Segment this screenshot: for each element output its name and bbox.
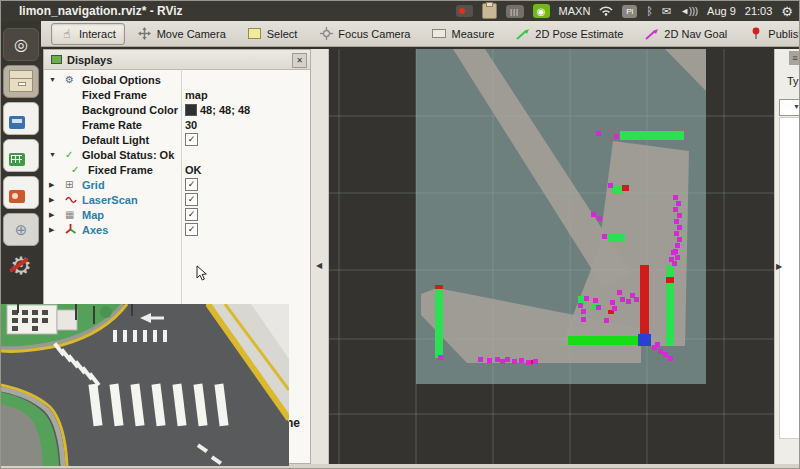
tree-arrow-right-icon[interactable]: ▶ <box>44 211 65 219</box>
tree-arrow-right-icon[interactable]: ▶ <box>44 226 65 234</box>
launcher-item-file-manager[interactable] <box>3 65 39 98</box>
tray-time[interactable]: 21:03 <box>745 5 773 17</box>
launcher-item-libreoffice-writer[interactable] <box>3 102 39 135</box>
row-value[interactable]: ✓ <box>185 132 198 147</box>
display-row-background-color[interactable]: Background Color48; 48; 48 <box>44 102 310 117</box>
views-panel: ≡ Ty ▼ ▶ <box>774 49 800 464</box>
keyboard-indicator-icon[interactable]: ||| <box>506 5 524 18</box>
tray-date[interactable]: Aug 9 <box>707 5 736 17</box>
tree-arrow-right-icon[interactable]: ▶ <box>44 181 65 189</box>
volume-icon[interactable]: ◄))) <box>680 6 698 16</box>
tree-arrow-down-icon[interactable]: ▼ <box>44 76 65 83</box>
displays-tree: ▼⚙Global OptionsFixed FramemapBackground… <box>44 70 310 237</box>
chevron-down-icon: ▼ <box>793 103 800 110</box>
display-row-global-status-ok[interactable]: ▼✓Global Status: Ok <box>44 147 310 162</box>
session-menu-icon[interactable]: ⚙ <box>781 4 793 19</box>
enabled-checkbox[interactable]: ✓ <box>185 193 198 206</box>
launcher-item-system-settings[interactable]: ⚙ <box>4 250 38 281</box>
row-value[interactable]: ✓ <box>185 177 198 192</box>
check-icon: ✓ <box>71 164 88 175</box>
tool-publish-point[interactable]: Publish Point <box>740 23 800 45</box>
tool-2d-nav-goal[interactable]: 2D Nav Goal <box>636 23 736 45</box>
display-row-laserscan[interactable]: ▶LaserScan✓ <box>44 192 310 207</box>
monitor-icon <box>51 55 62 64</box>
mail-icon[interactable]: ✉ <box>662 5 671 18</box>
tool-interact[interactable]: ☝ Interact <box>51 23 125 45</box>
panel-collapse-strip[interactable]: ◀ <box>311 49 329 464</box>
tool-2d-pose-estimate[interactable]: 2D Pose Estimate <box>507 23 632 45</box>
publish-point-pin-icon <box>749 27 763 41</box>
row-label: Grid <box>82 179 105 191</box>
pi-indicator-icon[interactable]: Pi <box>622 5 637 18</box>
display-row-fixed-frame[interactable]: Fixed Framemap <box>44 87 310 102</box>
row-label: Global Options <box>82 74 161 86</box>
tool-measure[interactable]: Measure <box>423 23 503 45</box>
display-row-map[interactable]: ▶▦Map✓ <box>44 207 310 222</box>
move-camera-icon <box>138 27 152 41</box>
launcher-item-libreoffice-impress[interactable] <box>3 176 39 209</box>
window-title: limon_navigation.rviz* - RViz <box>1 4 183 18</box>
laser-icon <box>65 196 82 204</box>
display-row-frame-rate[interactable]: Frame Rate30 <box>44 117 310 132</box>
rviz-screen: limon_navigation.rviz* - RViz ||| ◉ MAXN… <box>0 0 800 469</box>
display-row-global-options[interactable]: ▼⚙Global Options <box>44 72 310 87</box>
views-type-dropdown[interactable]: ▼ <box>779 99 800 116</box>
row-value[interactable]: ✓ <box>185 192 198 207</box>
row-label: Fixed Frame <box>88 164 153 176</box>
color-swatch[interactable] <box>185 104 197 116</box>
map-icon: ▦ <box>65 209 82 220</box>
clipboard-icon[interactable] <box>482 3 497 19</box>
bluetooth-icon[interactable]: ᛒ <box>646 5 653 17</box>
select-box-icon <box>248 27 262 41</box>
power-mode-label[interactable]: MAXN <box>559 5 591 17</box>
panel-dock-icon[interactable]: ≡ <box>789 51 800 65</box>
mouse-cursor <box>196 265 208 281</box>
launcher-item-libreoffice-calc[interactable] <box>3 139 39 172</box>
tree-arrow-right-icon[interactable]: ▶ <box>44 196 65 204</box>
tool-focus-camera[interactable]: Focus Camera <box>310 23 419 45</box>
row-label: Frame Rate <box>82 119 142 131</box>
3d-viewport[interactable] <box>328 49 774 464</box>
top-panel: limon_navigation.rviz* - RViz ||| ◉ MAXN… <box>1 1 800 21</box>
tool-select[interactable]: Select <box>239 23 307 45</box>
display-row-default-light[interactable]: Default Light✓ <box>44 132 310 147</box>
grid-icon: ⊞ <box>65 179 82 190</box>
row-value: OK <box>185 162 202 177</box>
system-tray: ||| ◉ MAXN Pi ᛒ ✉ ◄))) Aug 9 21:03 ⚙ <box>456 3 800 19</box>
row-label: Map <box>82 209 104 221</box>
interact-hand-icon: ☝ <box>60 27 74 41</box>
row-label: Axes <box>82 224 108 236</box>
launcher-item-software-center[interactable]: ⊕ <box>3 213 39 246</box>
tree-arrow-down-icon[interactable]: ▼ <box>44 151 65 158</box>
gear-icon: ⚙ <box>65 74 82 85</box>
measure-ruler-icon <box>432 27 446 41</box>
check-icon: ✓ <box>65 149 82 160</box>
launcher-item-ubuntu-dash[interactable]: ◎ <box>3 28 39 61</box>
display-row-grid[interactable]: ▶⊞Grid✓ <box>44 177 310 192</box>
rviz-toolbar: ☝ Interact Move Camera Select Focus Came… <box>41 21 800 47</box>
tool-move-camera[interactable]: Move Camera <box>129 23 235 45</box>
nvidia-icon[interactable]: ◉ <box>533 4 550 18</box>
screen-record-icon[interactable] <box>456 5 473 17</box>
row-label: Fixed Frame <box>82 89 147 101</box>
enabled-checkbox[interactable]: ✓ <box>185 223 198 236</box>
row-label: Global Status: Ok <box>82 149 174 161</box>
display-row-axes[interactable]: ▶Axes✓ <box>44 222 310 237</box>
row-value: 48; 48; 48 <box>185 102 250 117</box>
collapse-right-icon[interactable]: ▶ <box>776 262 782 271</box>
enabled-checkbox[interactable]: ✓ <box>185 208 198 221</box>
row-label: Default Light <box>82 134 149 146</box>
nav-goal-arrow-icon <box>645 27 659 41</box>
pose-estimate-arrow-icon <box>516 27 530 41</box>
enabled-checkbox[interactable]: ✓ <box>185 178 198 191</box>
collapse-left-icon[interactable]: ◀ <box>316 261 322 270</box>
wifi-icon[interactable] <box>599 5 613 18</box>
row-value[interactable]: ✓ <box>185 207 198 222</box>
row-value[interactable]: ✓ <box>185 222 198 237</box>
close-icon[interactable]: ✕ <box>292 53 307 68</box>
views-list[interactable] <box>779 117 800 439</box>
display-row-fixed-frame[interactable]: ✓Fixed FrameOK <box>44 162 310 177</box>
displays-panel-header[interactable]: Displays ✕ <box>44 50 310 70</box>
camera-image <box>1 304 289 466</box>
enabled-checkbox[interactable]: ✓ <box>185 133 198 146</box>
